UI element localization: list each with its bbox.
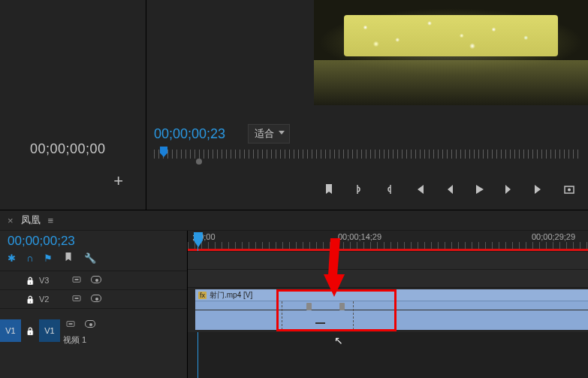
timeline-tracks-area[interactable]: ;00;00 00;00;14;29 00;00;29;29 fx 射门.mp4…: [188, 231, 588, 378]
ruler-tick-1: 00;00;14;29: [338, 232, 381, 241]
timeline-ruler[interactable]: ;00;00 00;00;14;29 00;00;29;29: [188, 231, 588, 250]
cursor-icon: ↖: [334, 334, 343, 346]
timeline-panel: × 凤凰 ≡ 00;00;00;23 ✱ ∩ ⚑ 🔧 V3: [0, 210, 588, 378]
track-header-v2: V2: [0, 289, 187, 308]
step-forward-icon[interactable]: [502, 183, 516, 196]
toggle-output-v2[interactable]: [87, 295, 108, 304]
svg-rect-3: [75, 279, 79, 280]
zoom-fit-dropdown[interactable]: 适合: [248, 124, 290, 144]
ruler-tick-2: 00;00;29;29: [532, 232, 575, 241]
source-timecode[interactable]: 00;00;00;00: [30, 141, 106, 157]
settings-icon[interactable]: 🔧: [84, 253, 96, 264]
nest-toggle-icon[interactable]: ✱: [8, 253, 16, 264]
track-header-area: 00;00;00;23 ✱ ∩ ⚑ 🔧 V3 V2: [0, 231, 188, 378]
track-lane-v1[interactable]: fx 射门.mp4 [V]: [188, 287, 588, 332]
transport-controls: [304, 183, 580, 196]
out-point-icon[interactable]: [382, 183, 396, 196]
edit-point-left[interactable]: [282, 301, 282, 330]
toggle-output-v1[interactable]: [81, 320, 102, 329]
marker-icon[interactable]: [322, 183, 336, 196]
sync-lock-v1[interactable]: [60, 320, 81, 329]
edit-point-right[interactable]: [353, 301, 354, 330]
clip-label: 射门.mp4 [V]: [210, 290, 252, 301]
go-to-in-icon[interactable]: [412, 183, 426, 196]
track-lane-v3[interactable]: [188, 251, 588, 269]
go-to-out-icon[interactable]: [532, 183, 546, 196]
track-label-v2[interactable]: V2: [39, 295, 66, 304]
fx-badge[interactable]: fx: [198, 292, 207, 299]
export-frame-icon[interactable]: [562, 183, 576, 196]
svg-point-1: [568, 189, 571, 192]
track-lane-v2[interactable]: [188, 269, 588, 287]
in-point-icon[interactable]: [352, 183, 366, 196]
clip-slip-bar: [315, 322, 325, 324]
lock-track-v3[interactable]: [21, 276, 39, 285]
svg-rect-7: [69, 323, 73, 325]
svg-rect-5: [75, 298, 79, 299]
source-monitor-panel: 00;00;00;00 +: [0, 0, 146, 210]
trim-handle-left[interactable]: [306, 303, 312, 310]
linked-selection-icon[interactable]: ⚑: [44, 253, 53, 264]
target-track-v1[interactable]: V1: [39, 319, 60, 342]
toggle-output-v3[interactable]: [87, 276, 108, 285]
track-label-v3[interactable]: V3: [39, 276, 66, 285]
track-header-v3: V3: [0, 271, 187, 289]
sequence-tab[interactable]: 凤凰: [21, 213, 41, 227]
step-back-icon[interactable]: [442, 183, 456, 196]
sync-lock-v2[interactable]: [66, 295, 87, 304]
video-clip[interactable]: fx 射门.mp4 [V]: [195, 289, 588, 330]
program-monitor-panel: 00;00;00;23 适合: [146, 0, 588, 210]
marker-tool-icon[interactable]: [63, 252, 74, 265]
lock-track-v1[interactable]: [21, 326, 39, 335]
program-timecode[interactable]: 00;00;00;23: [154, 126, 225, 142]
close-panel-icon[interactable]: ×: [8, 215, 14, 226]
source-patch-v1[interactable]: V1: [0, 319, 21, 342]
program-scrub-ruler[interactable]: [154, 147, 580, 163]
trim-handle-right[interactable]: [339, 303, 345, 310]
add-marker-button[interactable]: +: [113, 171, 123, 191]
track-header-v1: V1 V1 视频 1: [0, 308, 187, 352]
sync-lock-v3[interactable]: [66, 276, 87, 285]
lock-track-v2[interactable]: [21, 295, 39, 304]
snap-icon[interactable]: ∩: [26, 253, 33, 264]
track-name-v1[interactable]: 视频 1: [60, 334, 187, 346]
program-video-preview: [314, 0, 588, 105]
timeline-timecode[interactable]: 00;00;00;23: [0, 231, 187, 250]
panel-menu-icon[interactable]: ≡: [48, 215, 54, 226]
play-icon[interactable]: [472, 183, 486, 196]
